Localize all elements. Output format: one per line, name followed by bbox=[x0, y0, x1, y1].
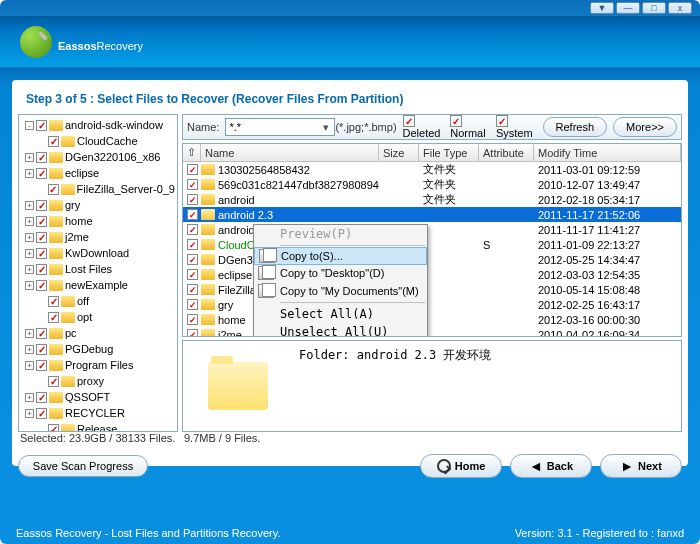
file-row[interactable]: 569c031c821447dbf3827980894...文件夹2010-12… bbox=[183, 177, 681, 192]
tree-checkbox[interactable] bbox=[48, 424, 59, 433]
tree-toggle[interactable]: + bbox=[25, 233, 34, 242]
cm-select-all[interactable]: Select All(A) bbox=[254, 305, 427, 323]
tree-checkbox[interactable] bbox=[48, 376, 59, 387]
tree-item[interactable]: proxy bbox=[21, 373, 175, 389]
tree-item[interactable]: +pc bbox=[21, 325, 175, 341]
file-row[interactable]: 130302564858432文件夹2011-03-01 09:12:59 bbox=[183, 162, 681, 177]
tree-toggle[interactable]: + bbox=[25, 169, 34, 178]
tree-item[interactable]: FileZilla_Server-0_9 bbox=[21, 181, 175, 197]
tree-toggle[interactable]: + bbox=[25, 201, 34, 210]
row-checkbox[interactable] bbox=[187, 314, 198, 325]
tree-item[interactable]: CloudCache bbox=[21, 133, 175, 149]
tree-toggle[interactable]: + bbox=[25, 409, 34, 418]
col-mod[interactable]: Modify Time bbox=[534, 144, 681, 161]
tree-item[interactable]: Release bbox=[21, 421, 175, 432]
tree-checkbox[interactable] bbox=[36, 360, 47, 371]
refresh-button[interactable]: Refresh bbox=[543, 117, 608, 137]
file-row[interactable]: android 2.32011-11-17 21:52:06 bbox=[183, 207, 681, 222]
tree-item[interactable]: +newExample bbox=[21, 277, 175, 293]
row-checkbox[interactable] bbox=[187, 209, 198, 220]
cm-copy-desktop[interactable]: Copy to "Desktop"(D) bbox=[254, 264, 427, 282]
tree-checkbox[interactable] bbox=[36, 168, 47, 179]
close-button[interactable]: x bbox=[668, 2, 692, 14]
tree-checkbox[interactable] bbox=[36, 232, 47, 243]
row-checkbox[interactable] bbox=[187, 224, 198, 235]
tree-item[interactable]: off bbox=[21, 293, 175, 309]
row-checkbox[interactable] bbox=[187, 299, 198, 310]
tree-label: opt bbox=[77, 311, 92, 323]
up-button[interactable]: ⇧ bbox=[183, 144, 201, 161]
row-checkbox[interactable] bbox=[187, 194, 198, 205]
row-checkbox[interactable] bbox=[187, 164, 198, 175]
more-button[interactable]: More>> bbox=[613, 117, 677, 137]
name-filter-input[interactable] bbox=[225, 118, 335, 136]
tree-toggle[interactable]: + bbox=[25, 393, 34, 402]
file-row[interactable]: android文件夹2012-02-18 05:34:17 bbox=[183, 192, 681, 207]
tree-checkbox[interactable] bbox=[48, 136, 59, 147]
row-checkbox[interactable] bbox=[187, 269, 198, 280]
tree-item[interactable]: +home bbox=[21, 213, 175, 229]
home-button[interactable]: Home bbox=[420, 454, 502, 478]
tree-toggle[interactable]: + bbox=[25, 345, 34, 354]
tree-item[interactable]: opt bbox=[21, 309, 175, 325]
tree-toggle[interactable]: + bbox=[25, 361, 34, 370]
tree-toggle[interactable]: + bbox=[25, 217, 34, 226]
save-scan-button[interactable]: Save Scan Progress bbox=[18, 455, 148, 477]
row-checkbox[interactable] bbox=[187, 284, 198, 295]
cm-unselect-all[interactable]: Unselect All(U) bbox=[254, 323, 427, 336]
tree-item[interactable]: +Lost Files bbox=[21, 261, 175, 277]
tree-toggle[interactable]: + bbox=[25, 265, 34, 274]
tree-item[interactable]: -android-sdk-window bbox=[21, 117, 175, 133]
tree-checkbox[interactable] bbox=[36, 264, 47, 275]
system-checkbox[interactable] bbox=[496, 115, 508, 127]
col-attr[interactable]: Attribute bbox=[479, 144, 534, 161]
maximize-button[interactable]: □ bbox=[642, 2, 666, 14]
tree-checkbox[interactable] bbox=[36, 200, 47, 211]
tree-toggle[interactable]: + bbox=[25, 281, 34, 290]
tree-checkbox[interactable] bbox=[36, 280, 47, 291]
tree-item[interactable]: +j2me bbox=[21, 229, 175, 245]
tree-checkbox[interactable] bbox=[36, 344, 47, 355]
tree-toggle[interactable]: + bbox=[25, 329, 34, 338]
tree-toggle[interactable]: - bbox=[25, 121, 34, 130]
tree-checkbox[interactable] bbox=[36, 216, 47, 227]
tree-checkbox[interactable] bbox=[36, 248, 47, 259]
tree-toggle[interactable]: + bbox=[25, 153, 34, 162]
tree-checkbox[interactable] bbox=[48, 184, 59, 195]
tree-item[interactable]: +KwDownload bbox=[21, 245, 175, 261]
row-checkbox[interactable] bbox=[187, 239, 198, 250]
col-type[interactable]: File Type bbox=[419, 144, 479, 161]
tree-checkbox[interactable] bbox=[36, 152, 47, 163]
cm-copy-to[interactable]: Copy to(S)... bbox=[254, 247, 427, 265]
tree-toggle[interactable]: + bbox=[25, 249, 34, 258]
col-size[interactable]: Size bbox=[379, 144, 419, 161]
tree-item[interactable]: +QSSOFT bbox=[21, 389, 175, 405]
tree-item[interactable]: +DGen3220106_x86 bbox=[21, 149, 175, 165]
tree-item[interactable]: +gry bbox=[21, 197, 175, 213]
tree-checkbox[interactable] bbox=[36, 328, 47, 339]
tree-item[interactable]: +Program Files bbox=[21, 357, 175, 373]
tree-item[interactable]: +eclipse bbox=[21, 165, 175, 181]
tree-label: KwDownload bbox=[65, 247, 129, 259]
tree-item[interactable]: +PGDebug bbox=[21, 341, 175, 357]
row-checkbox[interactable] bbox=[187, 329, 198, 336]
minimize-button[interactable]: — bbox=[616, 2, 640, 14]
tree-item[interactable]: +RECYCLER bbox=[21, 405, 175, 421]
back-button[interactable]: ◄Back bbox=[510, 454, 592, 478]
tree-checkbox[interactable] bbox=[36, 392, 47, 403]
normal-checkbox[interactable] bbox=[450, 115, 462, 127]
cm-copy-docs[interactable]: Copy to "My Documents"(M) bbox=[254, 282, 427, 300]
next-button[interactable]: ►Next bbox=[600, 454, 682, 478]
row-checkbox[interactable] bbox=[187, 254, 198, 265]
dropdown-icon[interactable]: ▾ bbox=[323, 121, 329, 134]
tree-checkbox[interactable] bbox=[36, 408, 47, 419]
row-checkbox[interactable] bbox=[187, 179, 198, 190]
list-body[interactable]: 130302564858432文件夹2011-03-01 09:12:59569… bbox=[183, 162, 681, 336]
folder-tree[interactable]: -android-sdk-windowCloudCache+DGen322010… bbox=[18, 114, 178, 432]
col-name[interactable]: Name bbox=[201, 144, 379, 161]
tree-checkbox[interactable] bbox=[48, 296, 59, 307]
titlebar-dropdown[interactable]: ▼ bbox=[590, 2, 614, 14]
deleted-checkbox[interactable] bbox=[403, 115, 415, 127]
tree-checkbox[interactable] bbox=[36, 120, 47, 131]
tree-checkbox[interactable] bbox=[48, 312, 59, 323]
